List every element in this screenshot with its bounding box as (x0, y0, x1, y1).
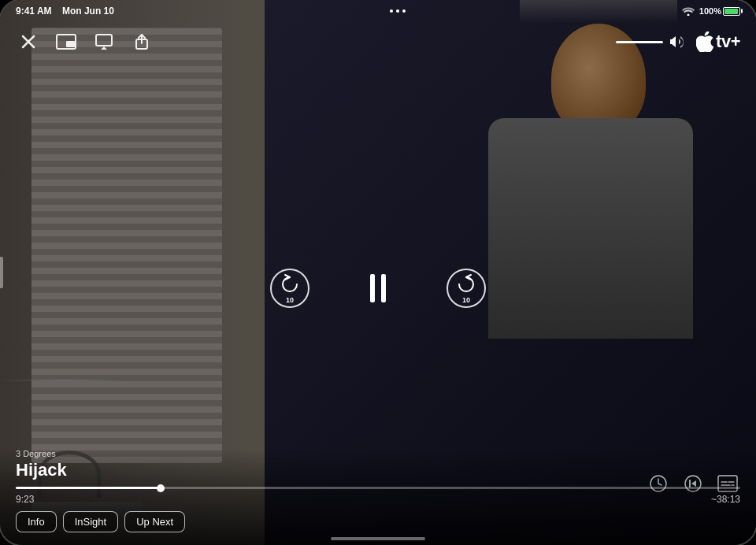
pip-button[interactable] (54, 29, 79, 54)
status-center (390, 9, 406, 13)
progress-fill (16, 487, 161, 489)
time-current: 9:23 (16, 494, 34, 505)
top-right-controls: tv+ (616, 32, 740, 52)
volume-control (616, 35, 687, 49)
bottom-overlay: 3 Degrees Hijack 9:23 ~38:13 Info InSigh… (0, 449, 756, 545)
battery-fill (724, 9, 738, 14)
rewind-button[interactable]: 10 (270, 269, 309, 308)
battery-percent: 100% (699, 6, 721, 16)
status-dot-1 (390, 9, 393, 13)
wifi-icon (682, 6, 695, 16)
progress-bar[interactable] (16, 487, 740, 489)
person-body (488, 118, 693, 339)
svg-rect-4 (96, 35, 112, 46)
status-bar: 9:41 AM Mon Jun 10 100% (0, 0, 756, 22)
time-row: 9:23 ~38:13 (16, 494, 740, 505)
status-time: 9:41 AM Mon Jun 10 (16, 6, 114, 17)
rewind-label: 10 (286, 296, 294, 304)
show-episode: 3 Degrees (16, 449, 740, 458)
pause-bar-right (381, 274, 386, 302)
time-remaining: ~38:13 (711, 494, 740, 505)
tv-plus-text: tv+ (716, 32, 740, 52)
window-light (0, 380, 127, 381)
info-button[interactable]: Info (16, 511, 57, 532)
progress-container[interactable] (16, 487, 740, 489)
volume-line (616, 41, 663, 43)
up-next-button[interactable]: Up Next (124, 511, 185, 532)
ipad-frame: 9:41 AM Mon Jun 10 100% (0, 0, 756, 545)
pause-bar-left (370, 274, 375, 302)
status-right: 100% (682, 6, 740, 16)
center-controls: 10 10 (270, 267, 486, 310)
home-indicator (331, 537, 425, 540)
status-dot-3 (402, 9, 406, 13)
volume-icon (669, 35, 687, 49)
svg-rect-3 (66, 41, 75, 47)
airplay-button[interactable] (91, 29, 117, 54)
pause-icon (370, 274, 386, 302)
top-controls: tv+ (0, 22, 756, 61)
insight-button[interactable]: InSight (63, 511, 118, 532)
forward-label: 10 (462, 296, 470, 304)
share-button[interactable] (129, 29, 154, 54)
close-button[interactable] (16, 29, 41, 54)
pause-button[interactable] (357, 267, 399, 310)
battery-icon (723, 7, 740, 16)
battery-container: 100% (699, 6, 740, 16)
progress-thumb (157, 484, 165, 492)
status-dot-2 (396, 9, 399, 13)
show-title: Hijack (16, 460, 740, 480)
top-left-controls (16, 29, 154, 54)
person (410, 24, 709, 498)
side-tab (0, 257, 3, 288)
bottom-action-buttons: Info InSight Up Next (16, 511, 740, 532)
apple-logo-icon (696, 32, 713, 52)
apple-tv-logo: tv+ (696, 32, 740, 52)
window-shade (32, 28, 222, 464)
forward-button[interactable]: 10 (447, 269, 486, 308)
show-meta: 3 Degrees Hijack (16, 449, 740, 480)
